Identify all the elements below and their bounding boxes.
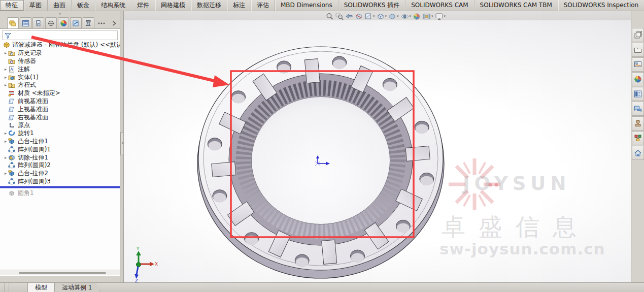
tab-motion-study-1[interactable]: 运动算例 1: [55, 283, 99, 292]
tree-item-annotations[interactable]: ▸ A 注解: [0, 65, 120, 73]
corner-reference-triad: Y X Z: [134, 246, 158, 282]
fillet-icon: [8, 190, 16, 197]
ribbon-tab-sw-addins[interactable]: SOLIDWORKS 插件: [338, 0, 405, 11]
ribbon-tab-sw-cam[interactable]: SOLIDWORKS CAM: [405, 0, 474, 11]
ribbon-tab-sw-inspection[interactable]: SOLIDWORKS Inspection: [558, 0, 644, 11]
svg-text:X: X: [155, 262, 158, 267]
boss-extrude-icon: [8, 138, 16, 145]
view-palette-icon[interactable]: [632, 57, 644, 72]
ribbon-tab-mbd-dimensions[interactable]: MBD Dimensions: [275, 0, 338, 11]
tree-item-circular-pattern1[interactable]: 阵列(圆周)1: [0, 145, 120, 153]
graphics-viewport[interactable]: ▾ ▾ ▾ ▾ ▾ ▾: [124, 11, 631, 282]
filter-funnel-icon: [5, 33, 11, 39]
main-area: 谐波减速器 - 刚轮法兰盘 (默认) <<默认>_显示状 ▸ 历史记录 传感器 …: [0, 11, 644, 282]
tree-item-boss-extrude2[interactable]: ▸ 凸台-拉伸2: [0, 170, 120, 178]
plane-icon: [8, 98, 16, 105]
ribbon-tab-sw-cam-tbm[interactable]: SOLIDWORKS CAM TBM: [474, 0, 558, 11]
statusbar-corner-cell: [5, 283, 9, 292]
sensors-icon: [8, 58, 16, 64]
displaymanager-icon[interactable]: [58, 17, 70, 28]
svg-text:Y: Y: [136, 246, 140, 251]
ribbon-tab-sheet-metal[interactable]: 钣金: [72, 0, 95, 11]
circular-pattern-icon: [8, 162, 16, 169]
toolbox-stamp-icon[interactable]: [632, 116, 644, 131]
tree-item-equations[interactable]: ▸ Σ 方程式: [0, 81, 120, 89]
tree-item-boss-extrude1[interactable]: ▸ 凸台-拉伸1: [0, 138, 120, 146]
propertymanager-icon[interactable]: [20, 17, 31, 28]
ribbon-tab-sketch[interactable]: 草图: [24, 0, 48, 11]
model-flange-gear[interactable]: Y X Z: [124, 11, 631, 282]
ribbon-tab-data-migration[interactable]: 数据迁移: [191, 0, 227, 11]
cut-extrude-icon: [8, 154, 16, 161]
tree-item-front-plane[interactable]: 前视基准面: [0, 98, 120, 106]
solidworks-window: 特征 草图 曲面 钣金 结构系统 焊件 网格建模 数据迁移 标注 评估 MBD …: [0, 0, 644, 292]
tree-item-solid-bodies[interactable]: ▸ 实体(1): [0, 73, 120, 81]
configurationmanager-icon[interactable]: [32, 17, 44, 28]
dimxpertmanager-icon[interactable]: [45, 17, 57, 28]
tree-item-origin[interactable]: 原点: [0, 121, 120, 129]
tab-model[interactable]: 模型: [27, 283, 55, 292]
tree-filter-input[interactable]: [2, 30, 118, 40]
panel-grip[interactable]: [0, 11, 120, 16]
ribbon-tab-bar: 特征 草图 曲面 钣金 结构系统 焊件 网格建模 数据迁移 标注 评估 MBD …: [0, 0, 644, 11]
history-folder-icon: [8, 50, 16, 56]
cam-operation-tree-icon[interactable]: [83, 17, 94, 28]
feature-tree: 谐波减速器 - 刚轮法兰盘 (默认) <<默认>_显示状 ▸ 历史记录 传感器 …: [0, 28, 120, 276]
part-icon: [3, 42, 10, 48]
featuremanager-design-tree-icon[interactable]: [7, 17, 19, 28]
plane-icon: [8, 114, 16, 121]
equations-icon: Σ: [8, 82, 16, 88]
svg-text:Z: Z: [135, 278, 138, 282]
tree-item-top-plane[interactable]: 上视基准面: [0, 105, 120, 113]
design-library-folder-icon[interactable]: [632, 43, 644, 57]
circular-pattern-icon: [8, 146, 16, 153]
tree-item-right-plane[interactable]: 右视基准面: [0, 113, 120, 121]
tree-item-fillet1[interactable]: 圆角1: [0, 189, 120, 197]
origin-icon: [8, 122, 16, 128]
home-icon[interactable]: [632, 146, 644, 160]
tree-item-circular-pattern3[interactable]: 阵列(圆周)3: [0, 178, 120, 186]
solid-bodies-icon: [8, 74, 16, 81]
custom-properties-icon[interactable]: [632, 87, 644, 101]
revolve-icon: [8, 130, 16, 137]
status-bar: 模型 运动算例 1: [0, 282, 644, 292]
tree-horizontal-scrollbar[interactable]: [0, 270, 120, 275]
boss-extrude-icon: [8, 170, 16, 177]
manufacturing-network-icon[interactable]: [632, 131, 644, 145]
tree-item-history[interactable]: ▸ 历史记录: [0, 49, 120, 57]
panel-splitter[interactable]: [120, 11, 124, 282]
circular-pattern-icon: [8, 178, 16, 185]
svg-text:Σ: Σ: [11, 84, 13, 88]
ribbon-tab-surfaces[interactable]: 曲面: [48, 0, 72, 11]
ribbon-tab-features[interactable]: 特征: [0, 0, 24, 11]
task-pane-bar: [631, 11, 644, 282]
resources-stack-icon[interactable]: [632, 28, 644, 42]
tree-item-cut-extrude1[interactable]: ▸ 切除-拉伸1: [0, 153, 120, 161]
ribbon-tab-structure-system[interactable]: 结构系统: [95, 0, 131, 11]
ribbon-tab-weldments[interactable]: 焊件: [131, 0, 155, 11]
manager-tab-bar: [0, 16, 120, 28]
expand-panel-icon[interactable]: [108, 17, 120, 28]
svg-text:A: A: [10, 67, 13, 72]
material-icon: [8, 90, 16, 96]
statusbar-corner-cell: [0, 283, 5, 292]
more-tabs-icon[interactable]: [95, 17, 107, 28]
tree-item-circular-pattern2[interactable]: 阵列(圆周)2: [0, 161, 120, 170]
rollback-bar[interactable]: [0, 186, 120, 188]
splitter-handle[interactable]: [120, 132, 124, 155]
ribbon-tab-evaluate[interactable]: 评估: [251, 0, 275, 11]
forum-icon[interactable]: [632, 102, 644, 116]
ribbon-tab-markup[interactable]: 标注: [227, 0, 251, 11]
annotations-icon: A: [8, 66, 16, 73]
plane-icon: [8, 106, 16, 113]
tree-item-material[interactable]: 材质 <未指定>: [0, 89, 120, 98]
appearances-ball-icon[interactable]: [632, 72, 644, 86]
tree-item-revolve1[interactable]: ▸ 旋转1: [0, 129, 120, 138]
tree-root-part[interactable]: 谐波减速器 - 刚轮法兰盘 (默认) <<默认>_显示状: [0, 41, 120, 49]
feature-manager-panel: 谐波减速器 - 刚轮法兰盘 (默认) <<默认>_显示状 ▸ 历史记录 传感器 …: [0, 11, 120, 282]
cam-feature-tree-icon[interactable]: [70, 17, 82, 28]
ribbon-tab-mesh-modeling[interactable]: 网格建模: [155, 0, 191, 11]
tree-item-sensors[interactable]: 传感器: [0, 57, 120, 66]
